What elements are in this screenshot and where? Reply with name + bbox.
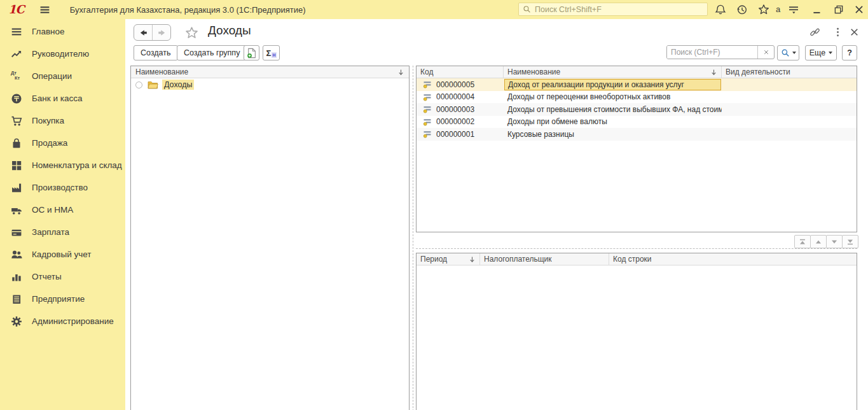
- truck-icon: [11, 204, 22, 216]
- tree-item-dohody[interactable]: Доходы: [131, 78, 409, 91]
- minimize-icon[interactable]: [811, 4, 823, 15]
- back-arrow-icon: [139, 28, 148, 38]
- column-header-period[interactable]: Период: [417, 253, 480, 265]
- table-row[interactable]: 000000003 Доходы от превышения стоимости…: [417, 103, 857, 116]
- bar-chart-icon: [11, 271, 22, 283]
- factory-icon: [11, 182, 22, 194]
- window-titlebar: 1С Бухгалтерия для Казахстана, редакция …: [0, 0, 868, 19]
- 1c-logo: 1С: [8, 4, 24, 15]
- sidebar-item-bank-i-kassa[interactable]: Банк и касса: [0, 87, 125, 110]
- row-move-buttons: [795, 235, 858, 248]
- catalog-item-icon: [423, 80, 432, 88]
- window-title: Бухгалтерия для Казахстана, редакция 3.0…: [70, 5, 306, 15]
- sidebar-item-rukovoditelyu[interactable]: Руководителю: [0, 43, 125, 65]
- people-icon: [11, 249, 22, 260]
- sidebar-item-kadrovyj-uchet[interactable]: Кадровый учет: [0, 243, 125, 265]
- column-header-activity[interactable]: Вид деятельности: [722, 66, 857, 78]
- text-size-indicator[interactable]: a: [776, 4, 780, 14]
- search-options-button[interactable]: [777, 45, 799, 60]
- sidebar-item-nomenklatura[interactable]: Номенклатура и склад: [0, 154, 125, 176]
- move-up-icon: [815, 239, 822, 245]
- clear-search-button[interactable]: [757, 46, 774, 59]
- move-top-button[interactable]: [794, 235, 811, 248]
- move-up-button[interactable]: [810, 235, 827, 248]
- move-bottom-icon: [846, 239, 854, 245]
- global-search[interactable]: [518, 3, 708, 16]
- table-row[interactable]: 000000004 Доходы от переоценки внеоборот…: [417, 91, 857, 104]
- horizontal-splitter[interactable]: [416, 248, 857, 249]
- column-header-line-code[interactable]: Код строки: [609, 253, 857, 265]
- cart-icon: [11, 115, 22, 127]
- sidebar-item-pokupka[interactable]: Покупка: [0, 110, 125, 132]
- groups-tree-panel: Наименование Доходы: [130, 66, 410, 410]
- chevron-down-icon: [792, 52, 796, 54]
- add-document-icon: [246, 48, 257, 59]
- totals-button[interactable]: Σн: [263, 45, 280, 60]
- catalog-item-icon: [423, 93, 432, 101]
- catalog-item-icon: [423, 118, 432, 126]
- vertical-splitter[interactable]: [413, 66, 413, 410]
- trend-up-icon: [11, 48, 22, 60]
- restore-icon[interactable]: [833, 4, 844, 15]
- column-header-name[interactable]: Наименование: [504, 66, 722, 78]
- main-menu-icon[interactable]: [39, 4, 50, 15]
- debit-credit-icon: ДтКт: [11, 71, 22, 82]
- favorites-star-icon[interactable]: [758, 4, 769, 15]
- sidebar-item-operacii[interactable]: ДтКтОперации: [0, 65, 125, 87]
- sort-descending-icon: [397, 69, 404, 76]
- table-row[interactable]: 000000005 Доход от реализации продукции …: [417, 78, 857, 91]
- sidebar-item-otchety[interactable]: Отчеты: [0, 265, 125, 288]
- main-content: Доходы Создать Создать группу Σн Еще ? Н…: [125, 19, 868, 410]
- sidebar-item-prodazha[interactable]: Продажа: [0, 132, 125, 154]
- sort-descending-icon: [469, 256, 476, 263]
- add-document-button[interactable]: [244, 45, 259, 60]
- add-to-favorites-star-icon[interactable]: [185, 26, 198, 39]
- move-down-icon: [830, 239, 838, 245]
- table-row[interactable]: 000000001 Курсовые разницы: [417, 128, 857, 141]
- forward-button[interactable]: [153, 25, 170, 40]
- folder-icon: [148, 80, 158, 89]
- building-icon: [11, 293, 22, 305]
- sidebar-item-glavnoe[interactable]: Главное: [0, 20, 125, 43]
- table-row[interactable]: 000000002 Доходы при обмене валюты: [417, 116, 857, 129]
- table-header-row: Период Налогоплательщик Код строки: [417, 253, 857, 265]
- sidebar-item-predpriyatie[interactable]: Предприятие: [0, 288, 125, 310]
- move-down-button[interactable]: [826, 235, 843, 248]
- sidebar: Главное Руководителю ДтКтОперации Банк и…: [0, 19, 125, 410]
- shopping-bag-icon: [11, 138, 22, 149]
- chevron-down-icon: [829, 52, 832, 54]
- create-group-button[interactable]: Создать группу: [177, 45, 247, 60]
- close-form-icon[interactable]: [849, 27, 860, 38]
- help-button[interactable]: ?: [842, 45, 857, 60]
- tenge-coin-icon: [11, 93, 22, 104]
- notifications-bell-icon[interactable]: [715, 4, 726, 15]
- move-bottom-button[interactable]: [842, 235, 858, 248]
- kebab-menu-icon[interactable]: [832, 27, 843, 38]
- sigma-icon: Σ: [266, 48, 271, 58]
- catalog-item-icon: [423, 130, 432, 138]
- sort-descending-icon: [710, 69, 717, 76]
- sidebar-item-proizvodstvo[interactable]: Производство: [0, 176, 125, 199]
- income-items-table: Код Наименование Вид деятельности 000000…: [416, 66, 857, 232]
- column-header-code[interactable]: Код: [417, 66, 504, 78]
- table-header-row: Код Наименование Вид деятельности: [417, 66, 857, 78]
- link-icon[interactable]: [809, 27, 820, 38]
- column-header-taxpayer[interactable]: Налогоплательщик: [480, 253, 609, 265]
- global-search-input[interactable]: [534, 4, 707, 15]
- sidebar-item-os-i-nma[interactable]: ОС и НМА: [0, 199, 125, 221]
- active-cell: Доход от реализации продукции и оказания…: [504, 79, 721, 90]
- tree-column-header[interactable]: Наименование: [131, 66, 409, 78]
- expand-toggle-icon[interactable]: [135, 81, 142, 88]
- history-icon[interactable]: [736, 4, 748, 15]
- service-menu-icon[interactable]: [788, 4, 799, 15]
- search-icon: [781, 48, 790, 57]
- forward-arrow-icon: [157, 28, 167, 38]
- create-button[interactable]: Создать: [134, 45, 178, 60]
- list-search-input[interactable]: [667, 46, 757, 59]
- gear-icon: [11, 316, 22, 327]
- back-button[interactable]: [134, 25, 153, 40]
- sidebar-item-zarplata[interactable]: Зарплата: [0, 221, 125, 243]
- sidebar-item-administrirovanie[interactable]: Администрирование: [0, 310, 125, 332]
- close-icon[interactable]: [853, 4, 865, 15]
- more-actions-button[interactable]: Еще: [805, 45, 837, 60]
